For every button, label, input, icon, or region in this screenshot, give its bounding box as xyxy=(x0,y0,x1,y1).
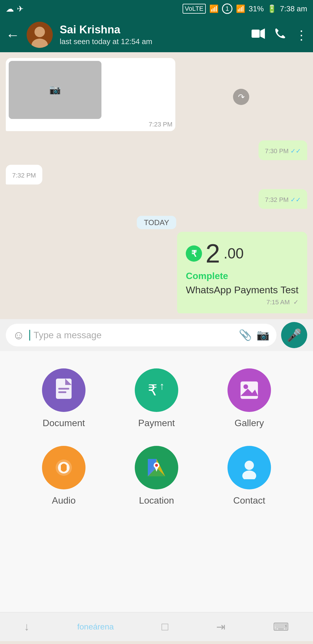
read-ticks: ✓✓ xyxy=(290,147,301,155)
table-row: 📷 7:23 PM ↷ xyxy=(6,58,232,136)
contact-label: Contact xyxy=(233,495,265,506)
payment-status: Complete xyxy=(186,271,299,281)
audio-icon-circle xyxy=(42,446,85,489)
date-label: TODAY xyxy=(137,216,176,229)
attach-button[interactable]: 📎 xyxy=(239,329,252,341)
notification-badge: 1 xyxy=(222,3,232,14)
svg-point-1 xyxy=(34,27,45,37)
attach-item-audio[interactable]: Audio xyxy=(26,446,101,506)
payment-amount-row: ₹ 2 .00 xyxy=(186,240,299,267)
time-display: 7:38 am xyxy=(280,4,307,13)
more-options-button[interactable]: ⋮ xyxy=(295,28,307,42)
attach-item-payment[interactable]: ₹ ↑ Payment xyxy=(119,368,194,428)
message-time: 7:30 PM ✓✓ xyxy=(265,147,301,155)
payment-label: Payment xyxy=(138,418,175,428)
signal-icon: 📶 xyxy=(236,4,245,13)
document-icon-circle xyxy=(42,368,85,412)
last-seen-status: last seen today at 12:54 am xyxy=(60,37,245,46)
chat-area: 📷 7:23 PM ↷ 7:30 PM ✓✓ 7:32 PM 7:32 PM ✓… xyxy=(0,52,313,319)
watermark: foneárena xyxy=(77,622,114,632)
svg-marker-4 xyxy=(260,28,265,39)
nav-menu-button[interactable]: ⇥ xyxy=(216,621,225,633)
svg-text:↑: ↑ xyxy=(159,380,165,392)
header-actions: ⋮ xyxy=(252,28,307,42)
camera-button[interactable]: 📷 xyxy=(256,329,270,341)
message-time: 7:32 PM ✓✓ xyxy=(265,196,301,204)
microphone-button[interactable]: 🎤 xyxy=(281,322,307,348)
read-ticks: ✓✓ xyxy=(290,196,301,203)
svg-point-18 xyxy=(61,465,66,471)
payment-message[interactable]: ₹ 2 .00 Complete WhatsApp Payments Test … xyxy=(177,232,307,313)
rupee-icon: ₹ xyxy=(186,245,202,262)
back-button[interactable]: ← xyxy=(6,27,20,43)
outgoing-message: 7:32 PM ✓✓ xyxy=(259,189,307,209)
location-icon-circle xyxy=(135,446,178,489)
message-time: 7:32 PM xyxy=(12,172,36,179)
gallery-icon-circle xyxy=(228,368,271,412)
attach-item-document[interactable]: Document xyxy=(26,368,101,428)
audio-label: Audio xyxy=(52,495,76,506)
nav-back-button[interactable]: ↓ xyxy=(24,621,29,633)
location-label: Location xyxy=(139,495,174,506)
status-bar: ☁ ✈ VoLTE 📶 1 📶 31% 🔋 7:38 am xyxy=(0,0,313,17)
attach-item-contact[interactable]: Contact xyxy=(212,446,287,506)
svg-rect-3 xyxy=(252,30,260,38)
document-label: Document xyxy=(43,418,85,428)
contact-name: Sai Krishna xyxy=(60,23,245,36)
navigation-icon: ✈ xyxy=(17,4,23,14)
volte-label: VoLTE xyxy=(183,4,206,14)
svg-point-14 xyxy=(243,384,248,389)
nav-recents-button[interactable]: □ xyxy=(162,621,168,633)
weather-icon: ☁ xyxy=(6,4,14,14)
contact-avatar[interactable] xyxy=(27,22,53,48)
message-time: 7:23 PM xyxy=(9,121,172,128)
payment-tick: ✓ xyxy=(293,299,299,306)
gallery-label: Gallery xyxy=(234,418,264,428)
message-input-field: ☺ Type a message 📎 📷 xyxy=(6,324,276,346)
svg-rect-10 xyxy=(58,391,66,393)
forward-button[interactable]: ↷ xyxy=(233,89,249,105)
payment-time: 7:15 AM ✓ xyxy=(186,299,299,306)
payment-integer: 2 xyxy=(205,240,220,267)
bottom-navigation: ↓ foneárena □ ⇥ ⌨ xyxy=(0,612,313,641)
svg-point-22 xyxy=(155,464,158,467)
message-text-input[interactable]: Type a message xyxy=(29,330,234,341)
status-bar-right: VoLTE 📶 1 📶 31% 🔋 7:38 am xyxy=(183,3,307,14)
svg-point-24 xyxy=(242,471,256,479)
svg-text:₹: ₹ xyxy=(148,382,157,399)
emoji-button[interactable]: ☺ xyxy=(13,329,25,342)
phone-call-button[interactable] xyxy=(274,28,286,42)
attach-item-location[interactable]: Location xyxy=(119,446,194,506)
attach-item-gallery[interactable]: Gallery xyxy=(212,368,287,428)
contact-icon-circle xyxy=(228,446,271,489)
payment-decimal: .00 xyxy=(223,245,244,262)
outgoing-message: 7:30 PM ✓✓ xyxy=(259,140,307,160)
chat-header: ← Sai Krishna last seen today at 12:54 a… xyxy=(0,17,313,52)
attachment-grid: Document ₹ ↑ Payment Gallery xyxy=(26,368,287,506)
message-input-bar: ☺ Type a message 📎 📷 🎤 xyxy=(0,319,313,351)
svg-text:📷: 📷 xyxy=(49,84,61,95)
incoming-message: 7:32 PM xyxy=(6,165,42,184)
svg-rect-9 xyxy=(58,388,69,390)
battery-level: 31% xyxy=(249,4,264,13)
svg-point-23 xyxy=(245,461,254,470)
messages-list: 📷 7:23 PM ↷ 7:30 PM ✓✓ 7:32 PM 7:32 PM ✓… xyxy=(6,58,307,313)
nav-keyboard-button[interactable]: ⌨ xyxy=(273,621,289,633)
attachment-panel: Document ₹ ↑ Payment Gallery xyxy=(0,351,313,612)
battery-icon: 🔋 xyxy=(267,4,276,13)
video-call-button[interactable] xyxy=(252,28,265,41)
date-divider: TODAY xyxy=(6,218,307,227)
contact-info[interactable]: Sai Krishna last seen today at 12:54 am xyxy=(60,23,245,46)
wifi-icon: 📶 xyxy=(209,4,219,13)
incoming-message: 📷 7:23 PM xyxy=(6,58,175,131)
status-bar-left: ☁ ✈ xyxy=(6,4,23,14)
payment-icon-circle: ₹ ↑ xyxy=(135,368,178,412)
payment-description: WhatsApp Payments Test xyxy=(186,284,299,296)
